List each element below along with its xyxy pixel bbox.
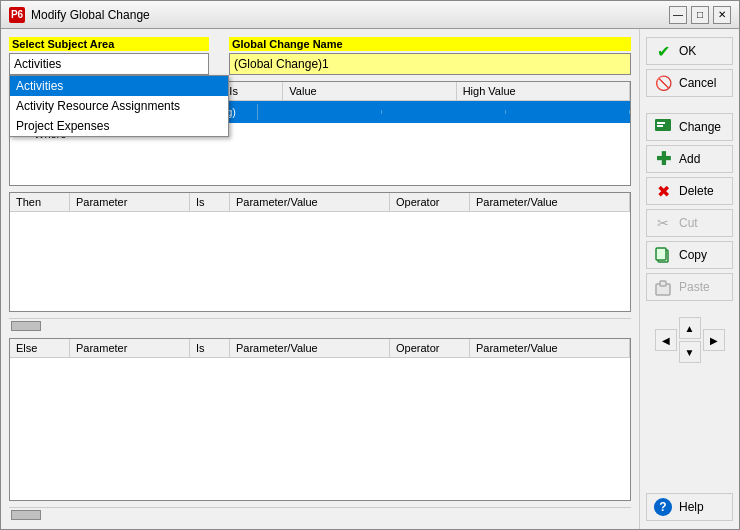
paste-button[interactable]: Paste <box>646 273 733 301</box>
copy-button[interactable]: Copy <box>646 241 733 269</box>
copy-label: Copy <box>679 248 707 262</box>
then-col-is: Is <box>190 193 230 211</box>
nav-left-button[interactable]: ◀ <box>655 329 677 351</box>
where-row-value <box>382 110 506 114</box>
where-col-high-value: High Value <box>457 82 630 100</box>
cancel-label: Cancel <box>679 76 716 90</box>
sidebar: ✔ OK 🚫 Cancel Change <box>639 29 739 529</box>
else-panel-header: Else Parameter Is Parameter/Value Operat… <box>10 339 630 358</box>
then-col-pvalue1: Parameter/Value <box>230 193 390 211</box>
add-button[interactable]: ✚ Add <box>646 145 733 173</box>
else-col-is: Is <box>190 339 230 357</box>
bottom-scrollbar-thumb[interactable] <box>11 510 41 520</box>
ok-icon: ✔ <box>653 41 673 61</box>
where-col-is: Is <box>223 82 283 100</box>
then-col-parameter: Parameter <box>70 193 190 211</box>
where-row-high <box>506 110 630 114</box>
app-icon: P6 <box>9 7 25 23</box>
global-change-input[interactable] <box>229 53 631 75</box>
else-col-else: Else <box>10 339 70 357</box>
global-change-label: Global Change Name <box>229 37 631 51</box>
minimize-button[interactable]: — <box>669 6 687 24</box>
then-col-pvalue2: Parameter/Value <box>470 193 630 211</box>
close-button[interactable]: ✕ <box>713 6 731 24</box>
cancel-button[interactable]: 🚫 Cancel <box>646 69 733 97</box>
delete-button[interactable]: ✖ Delete <box>646 177 733 205</box>
subject-area-dropdown-wrapper: Activities Activity Resource Assignments… <box>9 53 209 75</box>
else-col-parameter: Parameter <box>70 339 190 357</box>
else-panel: Else Parameter Is Parameter/Value Operat… <box>9 338 631 501</box>
else-col-pvalue1: Parameter/Value <box>230 339 390 357</box>
svg-rect-2 <box>657 125 663 127</box>
main-window: P6 Modify Global Change — □ ✕ Select Sub… <box>0 0 740 530</box>
nav-right-button[interactable]: ▶ <box>703 329 725 351</box>
svg-rect-1 <box>657 122 665 124</box>
cut-icon: ✂ <box>653 213 673 233</box>
nav-down-button[interactable]: ▼ <box>679 341 701 363</box>
delete-label: Delete <box>679 184 714 198</box>
svg-rect-4 <box>656 248 666 260</box>
subject-area-dropdown[interactable]: Activities Activity Resource Assignments… <box>9 53 209 75</box>
nav-up-button[interactable]: ▲ <box>679 317 701 339</box>
ok-button[interactable]: ✔ OK <box>646 37 733 65</box>
else-col-pvalue2: Parameter/Value <box>470 339 630 357</box>
scrollbar-thumb[interactable] <box>11 321 41 331</box>
where-col-value: Value <box>283 82 456 100</box>
change-label: Change <box>679 120 721 134</box>
dropdown-item-resource[interactable]: Activity Resource Assignments <box>10 96 228 116</box>
add-label: Add <box>679 152 700 166</box>
cut-button[interactable]: ✂ Cut <box>646 209 733 237</box>
paste-icon <box>653 277 673 297</box>
dropdown-item-activities[interactable]: Activities <box>10 76 228 96</box>
help-icon: ? <box>653 497 673 517</box>
else-col-operator: Operator <box>390 339 470 357</box>
delete-icon: ✖ <box>653 181 673 201</box>
form-row: Select Subject Area Activities Activity … <box>9 37 631 75</box>
cut-label: Cut <box>679 216 698 230</box>
cancel-icon: 🚫 <box>653 73 673 93</box>
help-button[interactable]: ? Help <box>646 493 733 521</box>
copy-icon <box>653 245 673 265</box>
then-col-operator: Operator <box>390 193 470 211</box>
main-scrollbar-h[interactable] <box>9 318 631 332</box>
title-bar: P6 Modify Global Change — □ ✕ <box>1 1 739 29</box>
help-label: Help <box>679 500 704 514</box>
change-icon <box>653 117 673 137</box>
content-area: Select Subject Area Activities Activity … <box>1 29 739 529</box>
then-panel-header: Then Parameter Is Parameter/Value Operat… <box>10 193 630 212</box>
then-col-then: Then <box>10 193 70 211</box>
dropdown-menu[interactable]: Activities Activity Resource Assignments… <box>9 75 229 137</box>
svg-rect-6 <box>660 281 666 286</box>
main-area: Select Subject Area Activities Activity … <box>1 29 639 529</box>
subject-area-group: Select Subject Area Activities Activity … <box>9 37 209 75</box>
window-controls: — □ ✕ <box>669 6 731 24</box>
then-panel: Then Parameter Is Parameter/Value Operat… <box>9 192 631 312</box>
ok-label: OK <box>679 44 696 58</box>
bottom-scrollbar-h[interactable] <box>9 507 631 521</box>
paste-label: Paste <box>679 280 710 294</box>
maximize-button[interactable]: □ <box>691 6 709 24</box>
nav-controls: ◀ ▲ ▼ ▶ <box>646 317 733 363</box>
dropdown-item-expenses[interactable]: Project Expenses <box>10 116 228 136</box>
change-button[interactable]: Change <box>646 113 733 141</box>
where-row-is <box>258 110 382 114</box>
subject-area-label: Select Subject Area <box>9 37 209 51</box>
window-title: Modify Global Change <box>31 8 150 22</box>
global-change-group: Global Change Name <box>229 37 631 75</box>
add-icon: ✚ <box>653 149 673 169</box>
